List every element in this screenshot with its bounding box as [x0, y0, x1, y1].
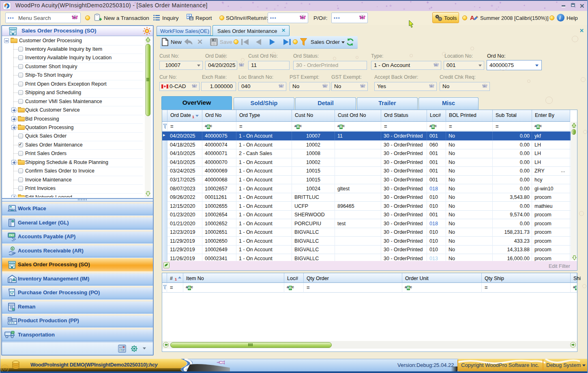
svg-text:88: 88 — [9, 318, 11, 320]
svg-text:PAY: PAY — [9, 234, 15, 237]
